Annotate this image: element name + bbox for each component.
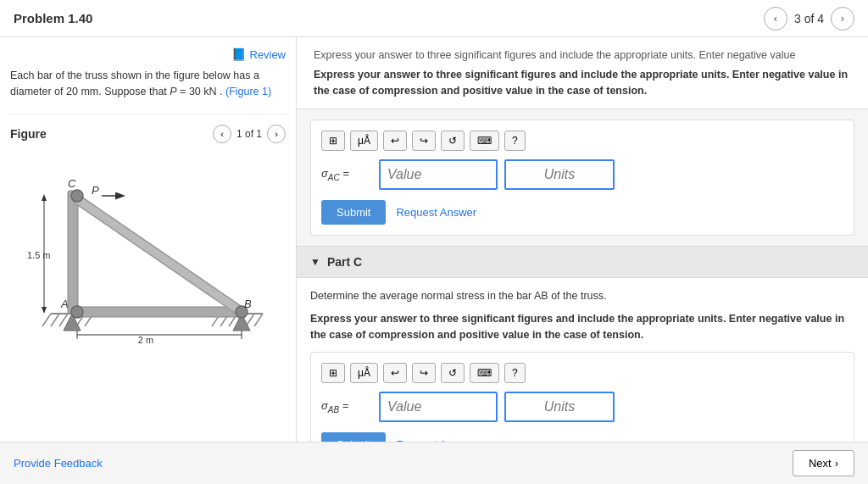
svg-line-13: [254, 314, 263, 326]
refresh-icon-b: ↺: [448, 135, 457, 147]
mu-icon-b: μÅ: [358, 135, 370, 147]
answer-label-c: σAB =: [321, 399, 372, 414]
keyboard-button-c[interactable]: ⌨: [470, 363, 499, 383]
svg-text:A: A: [60, 298, 69, 310]
review-label: Review: [249, 48, 286, 61]
part-c-description: Determine the average normal stress in t…: [310, 288, 854, 304]
mu-button-b[interactable]: μÅ: [350, 131, 378, 151]
action-row-b: Submit Request Answer: [321, 200, 843, 225]
grid-icon-c: ⊞: [329, 367, 337, 379]
redo-icon-b: ↪: [420, 135, 428, 147]
value-input-b[interactable]: [379, 159, 498, 190]
prev-button[interactable]: ‹: [764, 7, 787, 31]
undo-button-c[interactable]: ↩: [383, 363, 407, 383]
problem-title: Problem 1.40: [14, 11, 92, 25]
svg-text:1.5 m: 1.5 m: [27, 250, 51, 260]
figure-count: 1 of 1: [236, 128, 262, 140]
next-page-button[interactable]: ›: [831, 7, 854, 31]
keyboard-icon-b: ⌨: [477, 135, 492, 147]
undo-icon-c: ↩: [391, 367, 399, 379]
svg-text:P: P: [92, 184, 99, 197]
svg-point-21: [71, 306, 83, 318]
refresh-icon-c: ↺: [448, 367, 457, 379]
figure-prev-button[interactable]: ‹: [213, 125, 231, 143]
svg-rect-16: [68, 191, 78, 314]
part-c-bold-text: Express your answer to three significant…: [310, 311, 854, 343]
svg-text:C: C: [68, 177, 76, 190]
next-button[interactable]: Next ›: [793, 450, 854, 476]
page-count: 3 of 4: [794, 12, 824, 25]
answer-row-b: σAC =: [321, 159, 843, 190]
redo-icon-c: ↪: [420, 367, 428, 379]
svg-line-1: [42, 314, 51, 326]
intro-bold: Express your answer to three significant…: [314, 67, 851, 99]
undo-icon-b: ↩: [391, 135, 399, 147]
units-input-b[interactable]: [504, 159, 615, 190]
value-input-c[interactable]: [379, 392, 498, 422]
next-label: Next: [809, 457, 832, 470]
grid-button-b[interactable]: ⊞: [321, 131, 345, 151]
answer-label-b: σAC =: [321, 167, 372, 182]
svg-point-20: [71, 190, 83, 202]
next-arrow-icon: ›: [835, 457, 838, 470]
figure-nav: ‹ 1 of 1 ›: [213, 125, 286, 143]
part-c-toggle[interactable]: ▼: [310, 256, 320, 268]
part-b-answer-box: ⊞ μÅ ↩ ↪ ↺ ⌨ ?: [310, 120, 854, 236]
mu-icon-c: μÅ: [358, 367, 370, 379]
left-panel: 📘 Review Each bar of the truss shown in …: [0, 37, 297, 484]
figure-next-button[interactable]: ›: [267, 125, 286, 143]
svg-text:B: B: [244, 298, 252, 310]
part-c-label: Part C: [327, 255, 362, 269]
redo-button-b[interactable]: ↪: [412, 131, 436, 151]
mu-button-c[interactable]: μÅ: [350, 363, 378, 383]
redo-button-c[interactable]: ↪: [412, 363, 436, 383]
figure-title: Figure: [10, 127, 47, 141]
bottom-bar: Provide Feedback Next ›: [0, 442, 868, 484]
right-panel: Express your answer to three significant…: [297, 37, 868, 484]
help-icon-c: ?: [512, 367, 518, 379]
grid-button-c[interactable]: ⊞: [321, 363, 345, 383]
svg-line-2: [51, 314, 59, 326]
book-icon: 📘: [231, 47, 246, 61]
help-button-b[interactable]: ?: [504, 131, 526, 151]
feedback-link[interactable]: Provide Feedback: [14, 457, 103, 470]
figure-link[interactable]: (Figure 1): [225, 86, 271, 97]
refresh-button-b[interactable]: ↺: [441, 131, 465, 151]
help-icon-b: ?: [512, 135, 518, 147]
units-input-c[interactable]: [504, 392, 615, 422]
keyboard-button-b[interactable]: ⌨: [470, 131, 499, 151]
help-button-c[interactable]: ?: [504, 363, 526, 383]
review-link[interactable]: 📘 Review: [10, 47, 286, 61]
svg-line-19: [77, 199, 242, 312]
svg-text:2 m: 2 m: [137, 335, 153, 343]
svg-rect-17: [72, 307, 242, 317]
part-c-header: ▼ Part C: [297, 246, 868, 278]
request-answer-link-b[interactable]: Request Answer: [396, 206, 476, 219]
grid-icon-b: ⊞: [329, 135, 337, 147]
answer-row-c: σAB =: [321, 392, 843, 422]
refresh-button-c[interactable]: ↺: [441, 363, 465, 383]
answer-toolbar-b: ⊞ μÅ ↩ ↪ ↺ ⌨ ?: [321, 131, 843, 151]
undo-button-b[interactable]: ↩: [383, 131, 407, 151]
submit-button-b[interactable]: Submit: [321, 200, 386, 225]
truss-figure: C A B P: [10, 150, 286, 350]
intro-partial: Express your answer to three significant…: [314, 47, 851, 64]
keyboard-icon-c: ⌨: [477, 367, 492, 379]
navigation-controls: ‹ 3 of 4 ›: [764, 7, 854, 31]
answer-toolbar-c: ⊞ μÅ ↩ ↪ ↺: [321, 363, 843, 383]
problem-text: Each bar of the truss shown in the figur…: [10, 68, 286, 100]
intro-text: Express your answer to three significant…: [297, 37, 868, 109]
